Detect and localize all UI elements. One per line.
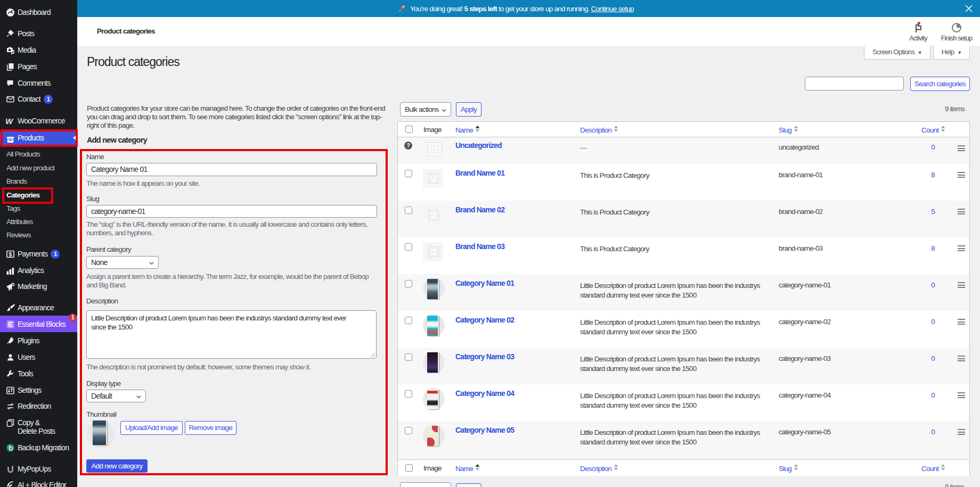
svg-text:W: W [6,117,14,126]
svg-text:$: $ [9,251,12,258]
